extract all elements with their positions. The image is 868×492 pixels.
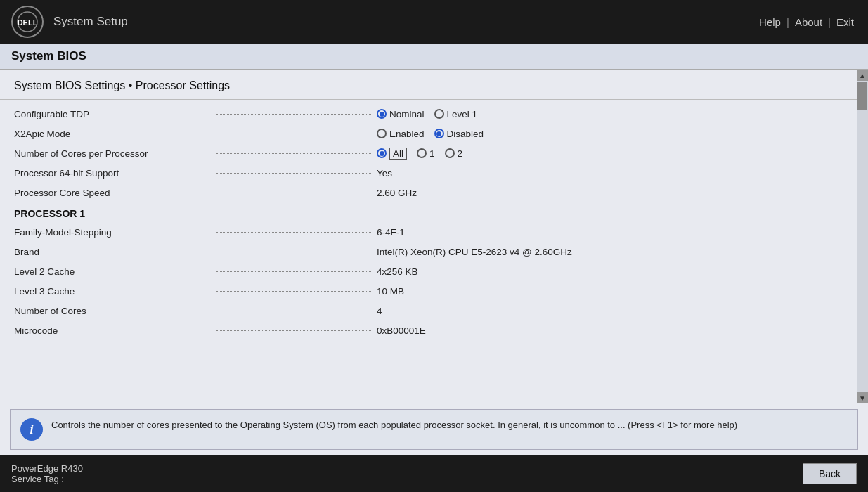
- content-area: System BIOS Settings • Processor Setting…: [0, 70, 868, 403]
- radio-enabled-circle: [377, 129, 387, 138]
- label-cores-per-proc: Number of Cores per Processor: [14, 148, 211, 159]
- footer-service-tag: Service Tag :: [11, 474, 803, 484]
- value-microcode: 0xB00001E: [377, 325, 426, 336]
- scrollbar-track: [857, 81, 868, 392]
- text-core-speed: 2.60 GHz: [377, 188, 417, 198]
- radio-all[interactable]: All: [377, 148, 407, 160]
- radio-all-circle: [377, 148, 387, 158]
- scrollbar-thumb[interactable]: [857, 82, 867, 110]
- setting-row-x2apic: X2Apic Mode Enabled Disabled: [14, 124, 843, 143]
- dots-fms: [216, 232, 371, 233]
- setting-row-64bit: Processor 64-bit Support Yes: [14, 163, 843, 183]
- label-x2apic: X2Apic Mode: [14, 129, 211, 139]
- radio-enabled-label: Enabled: [389, 129, 425, 139]
- label-l2cache: Level 2 Cache: [14, 266, 211, 277]
- radio-enabled[interactable]: Enabled: [377, 129, 425, 139]
- footer-device-info: PowerEdge R430 Service Tag :: [11, 463, 803, 484]
- service-tag-label: Service Tag :: [11, 474, 64, 484]
- footer: PowerEdge R430 Service Tag : Back: [0, 455, 868, 492]
- value-64bit: Yes: [377, 168, 392, 179]
- value-num-cores: 4: [377, 306, 382, 316]
- exit-link[interactable]: Exit: [834, 15, 857, 30]
- text-brand: Intel(R) Xeon(R) CPU E5-2623 v4 @ 2.60GH…: [377, 247, 572, 257]
- dots-num-cores: [216, 311, 371, 311]
- bios-title: System BIOS: [11, 49, 86, 63]
- radio-level1-circle: [434, 109, 444, 119]
- label-microcode: Microcode: [14, 325, 211, 336]
- radio-2cores[interactable]: 2: [445, 148, 463, 159]
- radio-all-label: All: [389, 148, 407, 160]
- setting-row-l3cache: Level 3 Cache 10 MB: [14, 281, 843, 301]
- dell-logo: DELL: [11, 6, 44, 38]
- text-microcode: 0xB00001E: [377, 325, 426, 336]
- back-button[interactable]: Back: [803, 463, 857, 484]
- value-l2cache: 4x256 KB: [377, 266, 418, 277]
- radio-1core-label: 1: [429, 148, 435, 159]
- radio-1core-circle: [417, 148, 427, 158]
- dots-configurable-tdp: [216, 114, 371, 115]
- label-num-cores: Number of Cores: [14, 306, 211, 316]
- settings-table[interactable]: Configurable TDP Nominal Level 1: [0, 100, 857, 399]
- value-core-speed: 2.60 GHz: [377, 188, 417, 198]
- radio-2cores-label: 2: [458, 148, 463, 159]
- radio-nominal-label: Nominal: [389, 109, 425, 119]
- dots-core-speed: [216, 193, 371, 193]
- radio-disabled-circle: [434, 129, 444, 138]
- value-cores-per-proc: All 1 2: [377, 148, 462, 160]
- label-64bit: Processor 64-bit Support: [14, 168, 211, 179]
- value-configurable-tdp: Nominal Level 1: [377, 109, 477, 119]
- setting-row-core-speed: Processor Core Speed 2.60 GHz: [14, 183, 843, 202]
- processor1-heading: PROCESSOR 1: [14, 202, 843, 222]
- setting-row-brand: Brand Intel(R) Xeon(R) CPU E5-2623 v4 @ …: [14, 242, 843, 261]
- radio-level1[interactable]: Level 1: [434, 109, 478, 119]
- main-content: System BIOS Settings • Processor Setting…: [0, 70, 868, 455]
- dots-l2cache: [216, 271, 371, 272]
- scrollbar[interactable]: ▲ ▼: [857, 70, 868, 403]
- radio-disabled[interactable]: Disabled: [434, 129, 484, 139]
- header: DELL System Setup Help | About | Exit: [0, 0, 868, 44]
- radio-1core[interactable]: 1: [417, 148, 435, 159]
- value-brand: Intel(R) Xeon(R) CPU E5-2623 v4 @ 2.60GH…: [377, 247, 572, 257]
- info-icon: i: [20, 418, 43, 441]
- nav-sep-1: |: [786, 16, 789, 28]
- header-nav: Help | About | Exit: [756, 15, 857, 30]
- value-x2apic: Enabled Disabled: [377, 129, 484, 139]
- scrollbar-down-button[interactable]: ▼: [857, 392, 868, 403]
- text-64bit: Yes: [377, 168, 392, 179]
- settings-section-title: System BIOS Settings • Processor Setting…: [0, 70, 857, 100]
- setting-row-cores-per-proc: Number of Cores per Processor All 1: [14, 143, 843, 163]
- label-core-speed: Processor Core Speed: [14, 188, 211, 198]
- setting-row-fms: Family-Model-Stepping 6-4F-1: [14, 222, 843, 242]
- label-configurable-tdp: Configurable TDP: [14, 109, 211, 119]
- info-text: Controls the number of cores presented t…: [51, 418, 737, 432]
- about-link[interactable]: About: [792, 15, 825, 30]
- text-fms: 6-4F-1: [377, 227, 405, 238]
- dots-l3cache: [216, 291, 371, 292]
- setting-row-num-cores: Number of Cores 4: [14, 301, 843, 321]
- text-l3cache: 10 MB: [377, 286, 404, 297]
- bios-title-bar: System BIOS: [0, 44, 868, 70]
- label-l3cache: Level 3 Cache: [14, 286, 211, 297]
- label-brand: Brand: [14, 247, 211, 257]
- help-link[interactable]: Help: [756, 15, 784, 30]
- value-fms: 6-4F-1: [377, 227, 405, 238]
- radio-level1-label: Level 1: [447, 109, 478, 119]
- system-setup-title: System Setup: [53, 15, 756, 29]
- text-num-cores: 4: [377, 306, 382, 316]
- value-l3cache: 10 MB: [377, 286, 404, 297]
- setting-row-configurable-tdp: Configurable TDP Nominal Level 1: [14, 104, 843, 124]
- radio-nominal[interactable]: Nominal: [377, 109, 425, 119]
- label-fms: Family-Model-Stepping: [14, 227, 211, 238]
- dots-brand: [216, 252, 371, 252]
- text-l2cache: 4x256 KB: [377, 266, 418, 277]
- footer-model: PowerEdge R430: [11, 463, 803, 474]
- setting-row-l2cache: Level 2 Cache 4x256 KB: [14, 261, 843, 281]
- setting-row-microcode: Microcode 0xB00001E: [14, 321, 843, 340]
- dots-microcode: [216, 330, 371, 331]
- dots-64bit: [216, 173, 371, 174]
- info-panel: i Controls the number of cores presented…: [10, 409, 858, 450]
- scrollbar-up-button[interactable]: ▲: [857, 70, 868, 81]
- svg-text:DELL: DELL: [18, 18, 38, 27]
- dots-cores-per-proc: [216, 153, 371, 154]
- radio-2cores-circle: [445, 148, 455, 158]
